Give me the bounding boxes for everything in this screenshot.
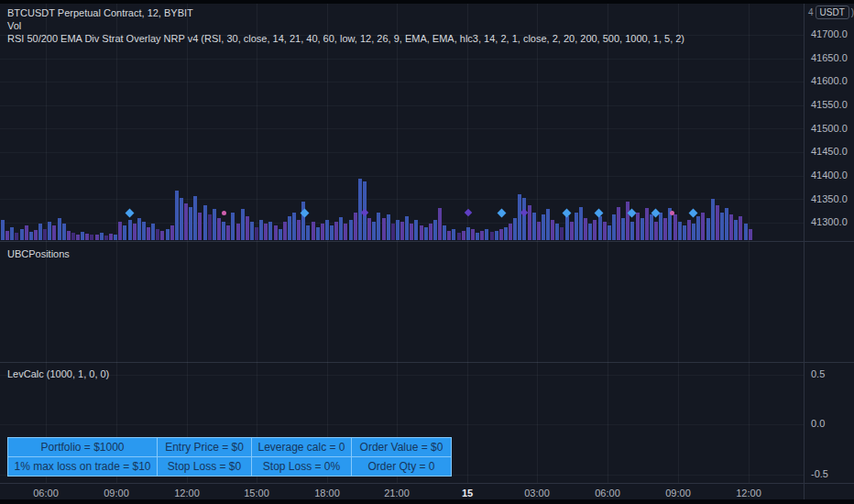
axis-unit-button[interactable]: USDT <box>816 5 849 19</box>
gridline <box>0 375 804 376</box>
volume-bar <box>241 209 245 240</box>
signal-diamond-icon <box>465 209 472 216</box>
volume-bar <box>414 220 418 240</box>
volume-bar <box>659 213 662 240</box>
volume-bar <box>133 224 137 240</box>
levcalc-axis-label: 0.0 <box>811 418 825 429</box>
volume-indicator-label[interactable]: Vol <box>7 19 684 32</box>
volume-bar <box>297 220 301 240</box>
time-axis-label[interactable]: 18:00 <box>314 488 340 499</box>
volume-bar <box>321 224 324 240</box>
volume-bar <box>246 216 249 240</box>
volume-bar <box>189 207 192 240</box>
volume-bar <box>744 224 748 240</box>
time-axis-label[interactable]: 15 <box>462 488 473 499</box>
time-axis-label[interactable]: 12:00 <box>174 488 200 499</box>
levcalc-table-row: 1% max loss on trade = $10Stop Loss = $0… <box>8 457 452 477</box>
volume-bar <box>645 208 649 240</box>
volume-bar <box>617 207 620 240</box>
gridline <box>0 59 804 60</box>
time-axis-label[interactable]: 03:00 <box>524 488 550 499</box>
time-axis-label[interactable]: 12:00 <box>736 488 761 499</box>
symbol-title[interactable]: BTCUSDT Perpetual Contract, 12, BYBIT <box>7 6 684 19</box>
volume-bar <box>367 218 371 240</box>
levcalc-table-cell: Entry Price = $0 <box>158 438 252 457</box>
volume-bar <box>405 216 409 240</box>
signal-diamond-icon <box>126 209 135 218</box>
time-axis[interactable]: 06:0009:0012:0015:0018:0021:001503:0006:… <box>0 483 804 499</box>
volume-bar <box>339 217 343 240</box>
volume-bar <box>480 231 484 240</box>
volume-bar <box>104 236 108 240</box>
gridline <box>0 128 804 129</box>
volume-bar <box>354 213 357 240</box>
volume-bar <box>213 209 216 240</box>
volume-bar <box>76 235 80 240</box>
volume-bar <box>400 222 404 240</box>
gridline <box>537 4 538 483</box>
volume-bar <box>462 231 465 240</box>
volume-bar <box>420 225 423 240</box>
volume-bar <box>48 222 51 240</box>
volume-bar <box>312 222 315 240</box>
volume-bar <box>513 218 517 240</box>
volume-bar <box>5 231 9 240</box>
volume-bar <box>226 225 230 240</box>
gridline <box>0 199 804 200</box>
time-axis-label[interactable]: 15:00 <box>244 488 269 499</box>
volume-bar <box>25 225 28 240</box>
volume-bar <box>490 232 494 240</box>
volume-bar <box>358 179 362 240</box>
volume-bar <box>34 230 38 240</box>
volume-bar <box>1 220 5 240</box>
volume-bar <box>424 227 428 240</box>
volume-bar <box>466 227 470 240</box>
volume-bar <box>555 224 559 240</box>
volume-bar <box>334 222 338 240</box>
price-axis-label: 41300.0 <box>811 216 848 227</box>
volume-bar <box>729 214 733 240</box>
volume-bar <box>166 229 170 240</box>
gridline <box>749 4 750 483</box>
trading-chart-window: BTCUSDT Perpetual Contract, 12, BYBIT Vo… <box>0 0 854 504</box>
volume-bar <box>160 231 164 240</box>
gridline <box>467 4 468 483</box>
bottom-frame-strip <box>0 499 854 504</box>
volume-bar <box>522 198 526 240</box>
volume-bar <box>716 205 719 240</box>
volume-bar <box>532 213 536 240</box>
volume-bar <box>316 227 320 240</box>
time-axis-label[interactable]: 21:00 <box>384 488 410 499</box>
volume-bar <box>123 225 126 240</box>
volume-bar <box>447 231 451 240</box>
strategy-indicator-label[interactable]: RSI 50/200 EMA Div Strat Overlay NRP v4 … <box>7 32 684 45</box>
positions-pane[interactable]: UBCPositions <box>0 242 804 362</box>
volume-bar <box>382 218 386 240</box>
volume-bar <box>100 233 104 240</box>
volume-bar <box>485 229 488 240</box>
volume-bar <box>180 198 183 240</box>
time-axis-label[interactable]: 06:00 <box>33 488 59 499</box>
levcalc-pane-label[interactable]: LevCalc (1000, 1, 0, 0) <box>7 368 109 379</box>
volume-bar <box>588 224 592 240</box>
volume-bar <box>692 224 695 240</box>
volume-bar <box>10 227 14 240</box>
volume-bar <box>288 216 291 240</box>
price-axis[interactable]: 4 USDT ) 41700.041650.041600.041550.0415… <box>804 4 854 499</box>
price-volume-pane[interactable]: BTCUSDT Perpetual Contract, 12, BYBIT Vo… <box>0 4 804 241</box>
volume-bar <box>142 222 146 240</box>
volume-bar <box>62 224 66 240</box>
volume-bar <box>696 216 700 240</box>
time-axis-label[interactable]: 09:00 <box>104 488 129 499</box>
volume-bar <box>198 213 202 240</box>
time-axis-label[interactable]: 06:00 <box>595 488 620 499</box>
volume-bar <box>156 229 159 240</box>
volume-bar <box>184 203 188 240</box>
volume-bar <box>603 222 607 240</box>
time-axis-label[interactable]: 09:00 <box>665 488 691 499</box>
positions-pane-label[interactable]: UBCPositions <box>7 248 70 259</box>
volume-bar <box>706 218 710 240</box>
volume-bar <box>151 224 155 240</box>
signal-dot-icon <box>670 211 674 215</box>
price-axis-label: 41500.0 <box>811 123 848 134</box>
